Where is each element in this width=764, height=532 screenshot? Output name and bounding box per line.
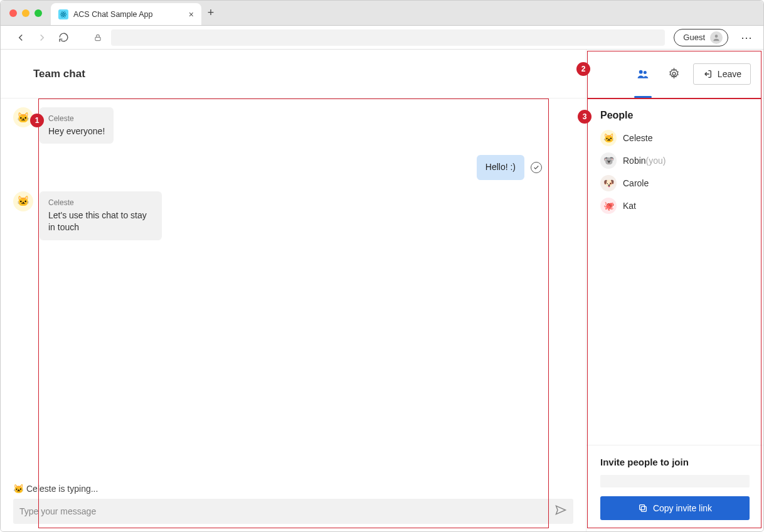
side-header: Leave [586, 50, 763, 98]
message-sender: Celeste [48, 114, 105, 124]
people-heading: People [600, 110, 750, 121]
copy-invite-button[interactable]: Copy invite link [600, 496, 750, 520]
message-row: 🐱 Celeste Hey everyone! [13, 107, 573, 144]
invite-heading: Invite people to join [600, 457, 750, 467]
people-pane: People 🐱Celeste🐨Robin(you)🐶Carole🐙Kat [586, 98, 763, 445]
message-input[interactable] [19, 506, 554, 516]
react-favicon-icon [58, 9, 68, 19]
chat-title: Team chat [33, 68, 85, 80]
close-window-icon[interactable] [9, 9, 17, 17]
typing-indicator: 🐱 Celeste is typing... [13, 484, 98, 494]
message-body: Let's use this chat to stay in touch [48, 210, 153, 234]
person-row: 🐱Celeste [600, 130, 750, 146]
svg-point-8 [672, 72, 676, 75]
close-tab-icon[interactable]: × [189, 9, 194, 19]
guest-avatar-icon [710, 31, 723, 44]
copy-invite-label: Copy invite link [653, 503, 712, 513]
message-row-mine: Hello! :) [13, 155, 573, 180]
window-controls [1, 1, 51, 25]
person-row: 🐙Kat [600, 198, 750, 214]
svg-point-0 [63, 14, 64, 15]
back-icon[interactable] [14, 31, 27, 44]
invite-link-field[interactable] [600, 475, 750, 487]
person-avatar-icon: 🐙 [600, 198, 617, 214]
person-row: 🐶Carole [600, 175, 750, 191]
svg-rect-4 [95, 37, 100, 40]
people-tab-button[interactable] [630, 61, 655, 87]
person-avatar-icon: 🐶 [600, 175, 617, 191]
maximize-window-icon[interactable] [34, 9, 42, 17]
forward-icon[interactable] [36, 31, 48, 44]
avatar: 🐱 [13, 191, 33, 211]
address-bar[interactable] [111, 29, 665, 46]
person-avatar-icon: 🐨 [600, 152, 617, 169]
svg-rect-10 [640, 505, 645, 510]
profile-button[interactable]: Guest [674, 29, 728, 46]
person-avatar-icon: 🐱 [600, 130, 617, 146]
avatar: 🐱 [13, 107, 33, 127]
guest-label: Guest [683, 33, 705, 42]
new-tab-button[interactable]: + [201, 1, 220, 25]
message-bubble: Celeste Hey everyone! [40, 107, 114, 144]
leave-icon [703, 69, 713, 79]
message-sender: Celeste [48, 198, 153, 208]
people-icon [637, 68, 649, 80]
leave-label: Leave [718, 69, 741, 79]
refresh-icon[interactable] [57, 31, 70, 44]
svg-rect-9 [641, 506, 646, 511]
person-name: Carole [623, 178, 649, 188]
settings-tab-button[interactable] [662, 61, 687, 87]
typing-avatar-icon: 🐱 [13, 484, 24, 494]
gear-icon [668, 68, 680, 80]
leave-button[interactable]: Leave [693, 63, 751, 85]
message-compose[interactable] [13, 499, 573, 524]
person-name: Robin(you) [623, 156, 666, 166]
copy-icon [638, 503, 648, 513]
svg-point-6 [639, 70, 643, 73]
more-menu-icon[interactable]: ⋯ [737, 31, 757, 45]
invite-section: Invite people to join Copy invite link [586, 445, 763, 531]
person-row: 🐨Robin(you) [600, 152, 750, 169]
person-name: Kat [623, 201, 636, 211]
tab-title: ACS Chat Sample App [73, 10, 184, 19]
send-icon[interactable] [554, 504, 567, 519]
svg-point-7 [644, 71, 647, 74]
my-message-bubble: Hello! :) [477, 155, 524, 180]
chat-header: Team chat [1, 50, 586, 98]
browser-tab[interactable]: ACS Chat Sample App × [51, 3, 201, 25]
svg-point-5 [715, 35, 718, 38]
message-body: Hey everyone! [48, 125, 105, 138]
person-name: Celeste [623, 133, 652, 143]
message-row: 🐱 Celeste Let's use this chat to stay in… [13, 191, 573, 240]
message-list: 🐱 Celeste Hey everyone! Hello! :) 🐱 [1, 98, 586, 531]
message-body: Hello! :) [485, 162, 516, 172]
lock-icon [93, 33, 102, 42]
browser-tab-strip: ACS Chat Sample App × + [1, 1, 763, 26]
message-bubble: Celeste Let's use this chat to stay in t… [40, 191, 162, 240]
read-receipt-icon [531, 162, 542, 173]
browser-toolbar: Guest ⋯ [1, 26, 763, 50]
minimize-window-icon[interactable] [22, 9, 29, 17]
you-tag: (you) [646, 156, 666, 166]
typing-text: Celeste is typing... [26, 484, 98, 494]
